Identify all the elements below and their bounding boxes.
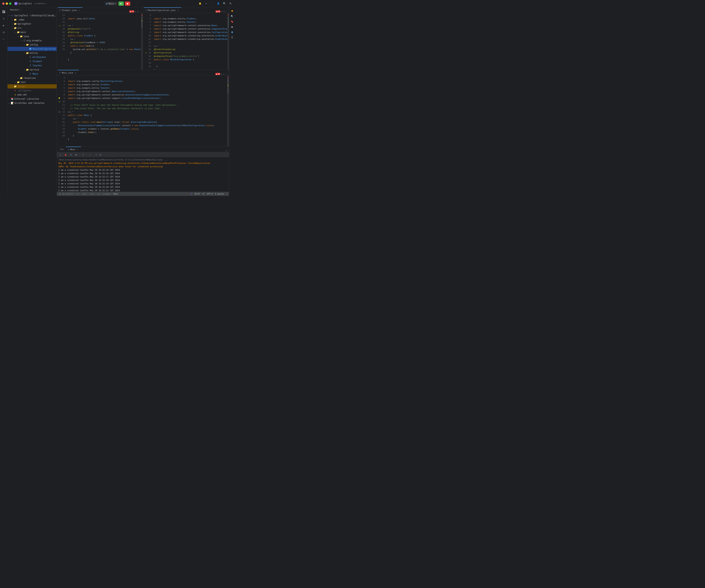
close-icon-tab-main[interactable]: ×: [74, 71, 77, 74]
breadcrumb-java[interactable]: java: [89, 193, 94, 195]
scroll-thumb-student[interactable]: [142, 17, 142, 28]
maximize-button[interactable]: [9, 2, 11, 5]
tree-item-test[interactable]: ▸ 📁 test: [8, 80, 57, 84]
class-icon-main: C: [29, 72, 32, 76]
breadcrumb-example[interactable]: example: [103, 193, 111, 195]
tree-item-springtest-root[interactable]: ▾ ◈ SpringTest ~/Desktop/CS/JavaEE/2 Jav…: [8, 13, 57, 17]
tab-main[interactable]: C Main.java ×: [58, 70, 79, 75]
more-options-icon[interactable]: ⋮: [210, 1, 215, 6]
resume-button[interactable]: ⏭: [74, 153, 78, 157]
plugins-icon[interactable]: 🔌: [228, 1, 233, 6]
stop-run-button[interactable]: ■: [64, 153, 67, 157]
sidebar-item-project[interactable]: [1, 9, 7, 15]
run-button[interactable]: ▶: [119, 2, 124, 6]
right-notifications-icon[interactable]: [230, 9, 234, 13]
wrap-icon[interactable]: ↕: [94, 153, 98, 157]
more-options-button-bottom[interactable]: ⋮: [88, 153, 92, 157]
tree-item-scratches[interactable]: ▸ 📝 Scratches and Consoles: [8, 101, 57, 105]
tree-item-main-folder[interactable]: ▾ 📁 main: [8, 30, 57, 34]
tree-item-ext-libs[interactable]: ▸ 📚 External Libraries: [8, 97, 57, 101]
settings-gear-icon[interactable]: ⚙: [204, 1, 208, 6]
share-icon[interactable]: ⇪: [226, 193, 227, 195]
sidebar-item-plugins[interactable]: ⊞: [1, 29, 7, 35]
search-icon[interactable]: 🔍: [222, 1, 227, 6]
breadcrumb-springtest[interactable]: SpringTest: [62, 193, 74, 195]
scroll-thumb-main[interactable]: [228, 78, 228, 93]
tree-item-pomxml[interactable]: ⊗ pom.xml: [8, 93, 57, 97]
tree-item-service[interactable]: ▾ 📁 service: [8, 68, 57, 72]
rerun-button[interactable]: ↺: [58, 153, 62, 157]
bottom-tab-main[interactable]: C Main ×: [66, 147, 81, 152]
soft-wrap-icon[interactable]: ⊞: [99, 153, 102, 157]
code-area-main[interactable]: 345678 💡9 ▶10 11 12 ▶13 14151617181920 i…: [57, 76, 229, 146]
tree-item-springtest[interactable]: ▸ 📁 SpringTest: [8, 22, 57, 26]
run-config-name[interactable]: Main: [108, 2, 114, 5]
scroll-thumb-mainconfig[interactable]: [228, 17, 229, 28]
breadcrumb-org[interactable]: org: [97, 193, 100, 195]
tree-item-teacher[interactable]: I Teacher: [8, 63, 57, 68]
tree-label-pomxml: pom.xml: [17, 93, 27, 96]
tree-item-entity[interactable]: ▾ 📁 entity: [8, 51, 57, 55]
tree-item-student[interactable]: C Student: [8, 59, 57, 63]
notification-bell-icon[interactable]: 🔔: [198, 1, 202, 6]
breadcrumb-main[interactable]: main: [82, 193, 87, 195]
scroll-bar-mainconfig[interactable]: [227, 13, 229, 69]
code-content-main[interactable]: import org.example.config.MainConfigurat…: [66, 76, 227, 146]
close-icon-tab-student[interactable]: ×: [78, 9, 81, 11]
more-icon-mainconfig[interactable]: ⋮: [225, 10, 227, 13]
sidebar-item-run[interactable]: ▶: [1, 22, 7, 29]
close-icon-tab-mainconfig[interactable]: ×: [177, 9, 179, 11]
tree-item-java[interactable]: ▾ 📁 java: [8, 34, 57, 39]
close-button[interactable]: [2, 2, 5, 5]
sidebar-item-more[interactable]: ⋯: [1, 36, 7, 42]
stop-button[interactable]: ■: [125, 2, 130, 6]
encoding[interactable]: UTF-8: [207, 193, 213, 195]
tree-item-main-config[interactable]: 🅒 MainConfiguration: [8, 47, 57, 51]
scroll-bar-main[interactable]: [227, 76, 229, 146]
project-name-label[interactable]: SpringTest: [18, 2, 32, 5]
indent-settings[interactable]: 4 spaces: [215, 193, 224, 195]
scroll-bar-student[interactable]: [141, 13, 143, 69]
more-icon-main[interactable]: ⋮: [225, 73, 227, 75]
account-icon[interactable]: 👤: [216, 1, 221, 6]
code-content-mainconfig[interactable]: import org.example.entity.Student; impor…: [152, 13, 227, 69]
branch-info[interactable]: ⎇ master ▾: [34, 2, 47, 5]
bottom-tab-run[interactable]: Run: [58, 147, 66, 152]
branch-name[interactable]: master: [37, 2, 45, 5]
right-database-icon[interactable]: 🗄: [230, 35, 234, 40]
kotlin-version[interactable]: K: [191, 193, 192, 195]
tree-item-main-class[interactable]: C Main: [8, 72, 57, 76]
tree-item-org-example[interactable]: ▾ ⬡ org.example: [8, 39, 57, 43]
tree-item-target[interactable]: ▸ 📁 target: [8, 84, 57, 89]
cursor-position[interactable]: 10:87: [194, 193, 200, 195]
breadcrumb-src[interactable]: src: [76, 193, 80, 195]
tree-item-artteacher[interactable]: C ArtTeacher: [8, 55, 57, 59]
tree-item-gitignore[interactable]: ⊙ .gitignore: [8, 89, 57, 93]
right-bookmark-icon[interactable]: 🔖: [230, 19, 234, 24]
code-content-student[interactable]: import java.util.Date; new * @Component(…: [66, 13, 141, 69]
close-icon-bottom-main[interactable]: ×: [77, 148, 79, 151]
tab-mainconfig[interactable]: C MainConfiguration.java ×: [144, 7, 181, 13]
pause-button[interactable]: ⏸: [69, 153, 73, 157]
line-ending[interactable]: LF: [202, 193, 205, 195]
tree-item-idea[interactable]: ▸ 📁 .idea: [8, 17, 57, 22]
right-active-dot[interactable]: [230, 30, 234, 35]
scroll-end-button[interactable]: ⤓: [81, 153, 85, 157]
code-area-student[interactable]: 131415 ◎18 19202122232425 import java.ut…: [57, 13, 143, 69]
right-m-icon[interactable]: m: [230, 24, 234, 29]
tree-item-src[interactable]: ▾ 📁 src: [8, 26, 57, 30]
breadcrumb-main-class[interactable]: Main: [113, 193, 118, 195]
tree-item-resources[interactable]: ▸ 📁 resources: [8, 76, 57, 80]
code-area-mainconfig[interactable]: 45678910 11121314 ◎15 16171819 import or…: [143, 13, 229, 69]
folder-icon-test: 📁: [17, 81, 20, 84]
minimize-button[interactable]: [6, 2, 8, 5]
run-configuration[interactable]: ▶ Main ▾: [105, 2, 117, 5]
tree-item-config[interactable]: ▾ 📁 config: [8, 43, 57, 47]
bottom-pane: Run C Main × ⤢ ↺ ■ ⏸ ⏭ ⤓ ⋮: [57, 146, 229, 192]
folder-icon-config: 📁: [26, 43, 29, 46]
more-icon-student[interactable]: ⋮: [139, 10, 141, 13]
maximize-icon-bottom[interactable]: ⤢: [226, 149, 227, 152]
tab-student[interactable]: C Student.java ×: [58, 7, 83, 13]
sidebar-item-vcs[interactable]: ⊙: [1, 15, 7, 21]
right-inspect-icon[interactable]: 🔍: [230, 14, 234, 18]
